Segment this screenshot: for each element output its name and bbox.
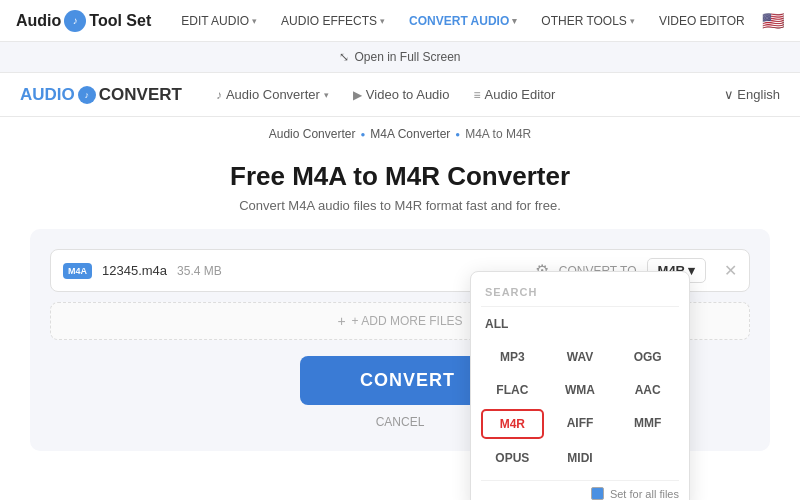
breadcrumb-dot: ● [455,130,460,139]
brand-audio: AUDIO [20,85,75,105]
file-size: 35.4 MB [177,264,222,278]
top-nav: Audio ♪ Tool Set EDIT AUDIO ▾ AUDIO EFFE… [0,0,800,42]
nav-audio-effects[interactable]: AUDIO EFFECTS ▾ [271,8,395,34]
fullscreen-bar[interactable]: ⤡ Open in Full Screen [0,42,800,73]
format-option-flac[interactable]: FLAC [481,376,544,404]
video-icon: ▶ [353,88,362,102]
sub-nav-items: ♪ Audio Converter ▾ ▶ Video to Audio ≡ A… [206,81,724,108]
breadcrumb-audio-converter[interactable]: Audio Converter [269,127,356,141]
main-content: M4A 12345.m4a 35.4 MB ⚙ CONVERT TO M4R ▾… [30,229,770,451]
brand-icon: ♪ [78,86,96,104]
format-option-m4r[interactable]: M4R [481,409,544,439]
format-grid: MP3WAVOGGFLACWMAAACM4RAIFFMMFOPUSMIDI [481,343,679,472]
editor-icon: ≡ [473,88,480,102]
format-dropdown: SEARCH ALL MP3WAVOGGFLACWMAAACM4RAIFFMMF… [470,271,690,500]
music-icon: ♪ [216,88,222,102]
format-option-aiff[interactable]: AIFF [549,409,612,439]
page-title: Free M4A to M4R Converter [20,161,780,192]
nav-items: EDIT AUDIO ▾ AUDIO EFFECTS ▾ CONVERT AUD… [171,8,762,34]
nav-other-tools[interactable]: OTHER TOOLS ▾ [531,8,645,34]
cancel-button[interactable]: CANCEL [368,413,433,431]
logo-text-toolset: Tool Set [89,12,151,30]
sub-nav: AUDIO ♪ CONVERT ♪ Audio Converter ▾ ▶ Vi… [0,73,800,117]
format-option-aac[interactable]: AAC [616,376,679,404]
language-label: English [737,87,780,102]
set-all-checkbox[interactable] [591,487,604,500]
sub-nav-video-to-audio[interactable]: ▶ Video to Audio [343,81,460,108]
breadcrumb-dot: ● [360,130,365,139]
format-option-wav[interactable]: WAV [549,343,612,371]
close-icon[interactable]: ✕ [724,261,737,280]
fullscreen-label: Open in Full Screen [354,50,460,64]
file-name: 12345.m4a [102,263,167,278]
set-all-row: Set for all files [481,480,679,500]
sub-nav-audio-converter[interactable]: ♪ Audio Converter ▾ [206,81,339,108]
logo[interactable]: Audio ♪ Tool Set [16,10,151,32]
nav-convert-audio[interactable]: CONVERT AUDIO ▾ [399,8,527,34]
plus-icon: + [337,313,345,329]
logo-icon: ♪ [64,10,86,32]
page-subtitle: Convert M4A audio files to M4R format fa… [20,198,780,213]
nav-edit-audio[interactable]: EDIT AUDIO ▾ [171,8,267,34]
add-more-label: + ADD MORE FILES [352,314,463,328]
chevron-down-icon: ▾ [380,16,385,26]
fullscreen-icon: ⤡ [339,50,349,64]
chevron-down-icon: ▾ [512,16,517,26]
format-option-mmf[interactable]: MMF [616,409,679,439]
chevron-down-icon: ▾ [252,16,257,26]
breadcrumb-m4a-converter[interactable]: M4A Converter [370,127,450,141]
chevron-down-icon: ▾ [630,16,635,26]
dropdown-search-label: SEARCH [481,282,679,307]
format-option-opus[interactable]: OPUS [481,444,544,472]
format-option-midi[interactable]: MIDI [549,444,612,472]
brand-convert: CONVERT [99,85,182,105]
set-all-label: Set for all files [610,488,679,500]
format-option-mp3[interactable]: MP3 [481,343,544,371]
dropdown-all-label: ALL [481,313,679,339]
breadcrumb: Audio Converter ● M4A Converter ● M4A to… [0,117,800,151]
breadcrumb-current: M4A to M4R [465,127,531,141]
file-format-badge: M4A [63,263,92,279]
language-selector[interactable]: ∨ English [724,87,780,102]
format-option-ogg[interactable]: OGG [616,343,679,371]
format-option-wma[interactable]: WMA [549,376,612,404]
sub-nav-audio-editor[interactable]: ≡ Audio Editor [463,81,565,108]
page-title-section: Free M4A to M4R Converter Convert M4A au… [0,151,800,229]
chevron-down-icon: ▾ [324,90,329,100]
logo-text-audio: Audio [16,12,61,30]
sub-nav-brand[interactable]: AUDIO ♪ CONVERT [20,85,182,105]
nav-video-editor[interactable]: VIDEO EDITOR [649,8,755,34]
flag-icon: 🇺🇸 [762,10,784,32]
chevron-down-icon: ∨ [724,87,734,102]
